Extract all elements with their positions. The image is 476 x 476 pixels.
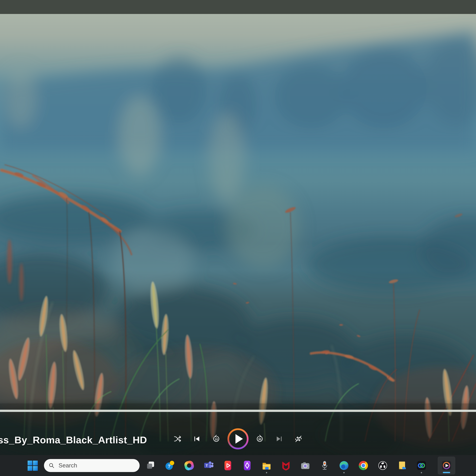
webex-icon [416,460,427,471]
running-indicator [266,472,267,473]
taskbar-app-sticky-notes[interactable] [397,460,407,471]
edge-icon [339,460,349,471]
taskbar-app-mcafee[interactable] [281,460,291,471]
rewind-10-icon: 10 [212,435,221,443]
active-window-indicator [443,472,450,473]
rewind-10-button[interactable]: 10 [212,435,221,443]
taskbar-app-teams[interactable]: T [203,460,214,471]
search-icon [49,463,54,468]
video-frame-art [0,14,476,455]
task-view-icon [145,460,156,471]
taskbar-app-obs[interactable] [377,460,388,471]
forward-amount: 30 [258,438,261,441]
films-tv-play-icon [223,460,233,471]
taskbar-app-camera[interactable] [300,460,310,471]
running-indicator [421,472,422,473]
mcafee-shield-icon [281,460,291,471]
play-icon [227,428,249,450]
next-button[interactable] [275,435,283,443]
chrome-icon [359,461,368,470]
taskbar-app-webex[interactable] [416,460,427,471]
svg-text:?: ? [168,463,170,469]
taskbar-app-gem[interactable] [242,460,253,471]
copilot-icon [184,460,195,471]
sound-recorder-icon [319,460,330,471]
previous-button[interactable] [193,435,201,443]
media-player-icon [441,460,452,471]
forward-30-icon: 30 [255,435,264,443]
previous-icon [193,435,201,443]
desktop-screen: ss_By_Roma_Black_Artlist_HD [0,0,476,476]
start-button[interactable] [27,460,38,471]
taskbar: Search ? [0,455,476,476]
taskbar-app-films-tv[interactable] [223,460,233,471]
shuffle-icon [173,435,182,443]
taskbar-app-file-explorer[interactable] [261,460,272,471]
obs-studio-icon [377,460,388,471]
search-placeholder: Search [59,462,77,469]
taskbar-app-sound-recorder[interactable] [319,460,330,471]
next-icon [275,435,283,443]
repeat-off-button[interactable] [294,435,303,443]
teams-icon: T [203,460,214,471]
rewind-amount: 10 [215,438,218,441]
windows-logo-icon [27,460,38,471]
seek-bar[interactable] [0,410,476,412]
running-indicator [343,472,345,473]
video-viewport: ss_By_Roma_Black_Artlist_HD [0,14,476,455]
camera-icon [300,460,310,471]
taskbar-app-row: ? T [145,455,455,476]
sticky-notes-icon [397,460,407,471]
taskbar-app-media-player[interactable] [438,457,455,475]
file-explorer-icon [261,460,272,471]
window-titlebar [0,0,476,14]
transport-controls: 10 [0,426,476,452]
taskbar-app-edge[interactable] [339,460,349,471]
forward-30-button[interactable]: 30 [255,435,264,443]
shuffle-button[interactable] [173,435,182,443]
widgets-weather-icon: ? [165,460,175,471]
purple-gem-icon [242,460,253,471]
taskbar-app-chrome[interactable] [358,460,369,471]
search-box[interactable]: Search [44,459,140,472]
svg-text:T: T [206,464,208,468]
taskbar-app-copilot[interactable] [184,460,194,471]
taskbar-app-task-view[interactable] [145,460,156,471]
play-button[interactable] [227,428,249,450]
repeat-off-icon [294,435,303,443]
taskbar-app-widgets[interactable]: ? [165,460,175,471]
